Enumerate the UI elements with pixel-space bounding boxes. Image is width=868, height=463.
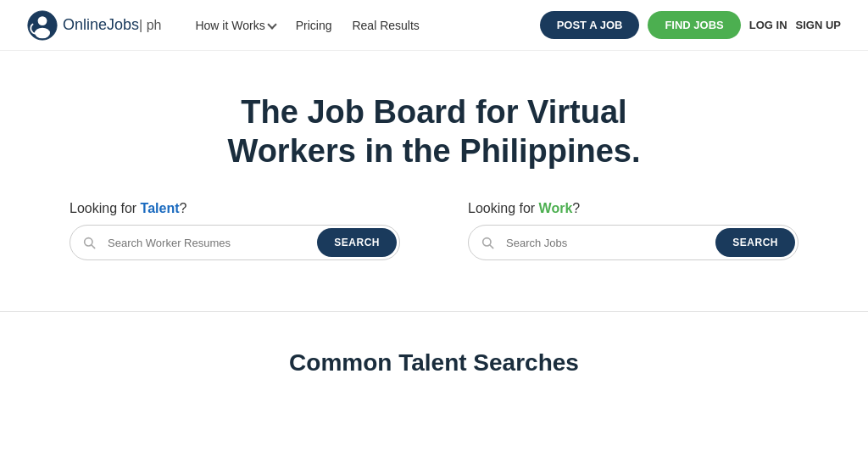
talent-search-block: Looking for Talent? SEARCH (70, 201, 400, 260)
svg-line-4 (92, 245, 95, 248)
talent-search-button[interactable]: SEARCH (317, 228, 397, 257)
chevron-down-icon (267, 20, 276, 29)
common-talent-section: Common Talent Searches (0, 332, 868, 377)
login-button[interactable]: LOG IN (749, 19, 787, 31)
logo[interactable]: OnlineJobs| ph (27, 10, 161, 41)
section-divider (0, 311, 868, 312)
search-icon (70, 236, 104, 249)
search-icon (469, 236, 503, 249)
post-job-button[interactable]: POST A JOB (540, 11, 640, 39)
nav-real-results[interactable]: Real Results (352, 19, 419, 32)
nav-actions: POST A JOB FIND JOBS LOG IN SIGN UP (540, 11, 841, 39)
find-jobs-button[interactable]: FIND JOBS (648, 11, 740, 39)
svg-point-2 (35, 27, 50, 38)
logo-icon (27, 10, 58, 41)
talent-search-input-row: SEARCH (70, 225, 400, 260)
talent-search-label: Looking for Talent? (70, 201, 400, 216)
search-section: Looking for Talent? SEARCH Looking for W… (70, 201, 798, 260)
nav-how-it-works[interactable]: How it Works (195, 19, 275, 32)
work-search-button[interactable]: SEARCH (715, 228, 795, 257)
hero-section: The Job Board for Virtual Workers in the… (0, 51, 868, 311)
work-search-input-row: SEARCH (468, 225, 798, 260)
header: OnlineJobs| ph How it Works Pricing Real… (0, 0, 868, 51)
common-talent-title: Common Talent Searches (0, 349, 868, 377)
work-search-block: Looking for Work? SEARCH (468, 201, 798, 260)
work-search-label: Looking for Work? (468, 201, 798, 216)
logo-text: OnlineJobs| ph (63, 16, 161, 34)
signup-button[interactable]: SIGN UP (796, 19, 841, 31)
svg-point-1 (38, 16, 47, 25)
hero-title: The Job Board for Virtual Workers in the… (227, 93, 640, 170)
main-nav: How it Works Pricing Real Results (195, 19, 539, 32)
nav-pricing[interactable]: Pricing (296, 19, 332, 32)
work-search-input[interactable] (503, 228, 713, 258)
talent-search-input[interactable] (104, 228, 314, 258)
svg-line-6 (490, 245, 493, 248)
